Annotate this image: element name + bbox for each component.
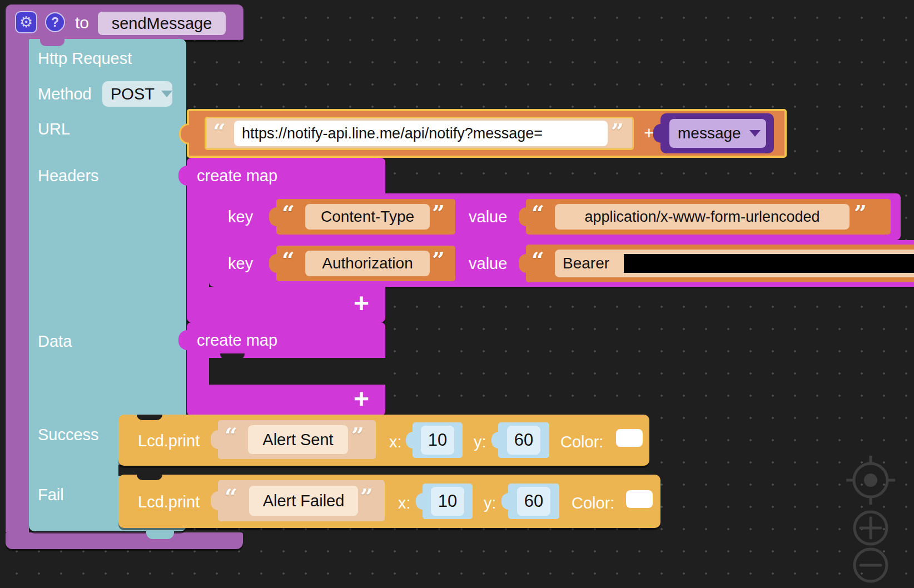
data-map-spine <box>187 358 209 385</box>
blockly-workspace[interactable]: ⚙ ? to sendMessage Http Request Method P… <box>0 0 914 588</box>
lcd-print-block-success[interactable]: Lcd.print “ Alert Sent ” x: 10 y: 60 Col… <box>118 415 649 466</box>
url-join-block[interactable]: “ https://notify-api.line.me/api/notify?… <box>187 109 787 158</box>
zoom-center-button[interactable] <box>846 456 895 505</box>
method-label: Method <box>38 84 92 103</box>
key-text-input[interactable]: Content-Type <box>305 204 430 230</box>
variable-name: message <box>678 124 741 142</box>
puzzle-tab <box>519 254 526 273</box>
function-name-text: sendMessage <box>112 14 212 33</box>
puzzle-tab <box>491 432 499 449</box>
zoom-out-button[interactable] <box>855 549 887 581</box>
number-block-y[interactable]: 60 <box>508 484 559 519</box>
empty-slot-notch <box>220 353 245 360</box>
text-string-block[interactable]: “ Alert Failed ” <box>218 480 385 521</box>
puzzle-tab <box>501 493 509 510</box>
value-text-input[interactable]: Bearer <box>555 250 914 277</box>
map-row[interactable]: key “ Authorization ” value “ Bearer <box>209 240 914 287</box>
gear-icon[interactable]: ⚙ <box>15 11 37 33</box>
function-name-field[interactable]: sendMessage <box>98 12 226 35</box>
statement-notch <box>137 415 162 420</box>
open-quote-icon: “ <box>282 202 295 225</box>
color-swatch[interactable] <box>616 429 643 447</box>
key-text: Authorization <box>322 255 413 272</box>
variable-block-message[interactable]: message <box>660 113 774 153</box>
close-quote-icon: ” <box>432 249 445 271</box>
headers-map-block[interactable]: create map <box>187 158 385 193</box>
close-quote-icon: ” <box>432 202 445 225</box>
number-block-x[interactable]: 10 <box>423 484 473 519</box>
open-quote-icon: “ <box>225 486 237 508</box>
method-value: POST <box>111 85 155 103</box>
number-value: 60 <box>524 491 543 511</box>
headers-map-spine <box>187 193 209 287</box>
value-text: Bearer <box>563 255 609 272</box>
number-block-x[interactable]: 10 <box>413 422 463 458</box>
puzzle-tab <box>269 207 277 226</box>
number-block-y[interactable]: 60 <box>498 422 549 458</box>
redacted-token-bar <box>624 254 914 273</box>
value-string-block[interactable]: “ Bearer <box>526 245 914 282</box>
http-request-bottom-tab <box>146 530 174 539</box>
method-dropdown[interactable]: POST <box>102 81 172 107</box>
headers-map-footer: + <box>187 287 385 322</box>
color-swatch[interactable] <box>626 490 653 508</box>
open-quote-icon: “ <box>282 249 295 271</box>
open-quote-icon: “ <box>531 249 544 271</box>
statement-slot-gap <box>118 465 187 476</box>
headers-label: Headers <box>38 166 99 185</box>
key-string-block[interactable]: “ Content-Type ” <box>276 199 455 235</box>
key-text-input[interactable]: Authorization <box>305 251 430 276</box>
text-input[interactable]: Alert Failed <box>249 486 358 516</box>
number-input[interactable]: 60 <box>507 426 540 455</box>
color-label: Color: <box>560 432 603 451</box>
number-input[interactable]: 60 <box>517 487 550 516</box>
create-map-label: create map <box>197 167 277 185</box>
url-string-block[interactable]: “ https://notify-api.line.me/api/notify?… <box>205 117 634 150</box>
success-label: Success <box>38 425 99 444</box>
variable-dropdown[interactable]: message <box>669 119 766 148</box>
help-icon[interactable]: ? <box>45 12 65 32</box>
puzzle-tab <box>416 493 423 510</box>
number-value: 10 <box>438 491 457 511</box>
puzzle-tab <box>519 207 526 226</box>
close-quote-icon: ” <box>360 486 373 508</box>
map-row[interactable]: key “ Content-Type ” value “ application… <box>209 193 901 240</box>
lcd-print-block-fail[interactable]: Lcd.print “ Alert Failed ” x: 10 y: 60 C… <box>118 475 660 528</box>
puzzle-tab <box>211 430 218 449</box>
key-text: Content-Type <box>321 208 414 226</box>
key-string-block[interactable]: “ Authorization ” <box>276 246 455 281</box>
workspace-zoom-controls <box>845 448 896 585</box>
function-to-label: to <box>75 13 89 32</box>
statement-notch <box>137 475 162 480</box>
data-map-block[interactable]: create map <box>187 322 385 358</box>
function-block-header[interactable]: ⚙ ? to sendMessage <box>6 4 244 40</box>
puzzle-tab <box>653 124 661 143</box>
value-string-block[interactable]: “ application/x-www-form-urlencoded ” <box>526 199 891 235</box>
url-text: https://notify-api.line.me/api/notify?me… <box>242 125 543 142</box>
join-operator: + <box>644 123 654 142</box>
add-map-item-button[interactable]: + <box>354 290 369 317</box>
text-string-block[interactable]: “ Alert Sent ” <box>218 420 376 459</box>
puzzle-tab <box>211 491 218 510</box>
close-quote-icon: ” <box>351 425 364 447</box>
zoom-in-button[interactable] <box>855 512 887 544</box>
add-map-item-button[interactable]: + <box>354 386 369 412</box>
close-quote-icon: ” <box>611 121 624 143</box>
key-label: key <box>228 254 253 273</box>
value-text-input[interactable]: application/x-www-form-urlencoded <box>555 204 850 230</box>
text-input[interactable]: Alert Sent <box>248 425 348 454</box>
function-block-left-spine[interactable] <box>6 36 29 532</box>
fail-label: Fail <box>38 485 64 504</box>
close-quote-icon: ” <box>854 202 867 225</box>
open-quote-icon: “ <box>531 202 544 225</box>
url-text-input[interactable]: https://notify-api.line.me/api/notify?me… <box>234 121 608 146</box>
text-value: Alert Failed <box>263 492 345 510</box>
number-value: 60 <box>514 430 533 450</box>
help-glyph: ? <box>51 15 59 30</box>
number-input[interactable]: 10 <box>431 487 464 516</box>
value-label: value <box>469 254 507 273</box>
y-label: y: <box>474 432 486 451</box>
function-block-bottom-bar[interactable] <box>6 532 243 549</box>
number-input[interactable]: 10 <box>421 426 454 455</box>
empty-map-slot <box>209 358 385 385</box>
